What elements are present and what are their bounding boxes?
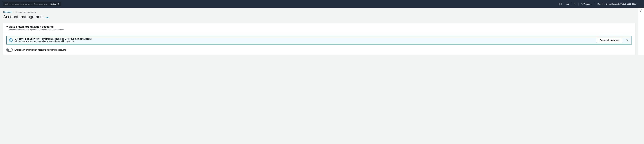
svg-rect-7 — [641, 11, 641, 11]
panel-title: Auto-enable organization accounts — [9, 25, 54, 28]
banner-title: Get started: enable your organization ac… — [15, 38, 594, 40]
get-started-banner: Get started: enable your organization ac… — [6, 36, 632, 45]
side-info-strip — [638, 8, 644, 55]
help-icon[interactable] — [572, 1, 578, 7]
breadcrumb-current: Account management — [16, 11, 36, 13]
breadcrumb-root-link[interactable]: Detective — [3, 11, 12, 13]
enable-all-accounts-button[interactable]: Enable all accounts — [596, 38, 622, 42]
expand-triangle-icon — [6, 26, 8, 27]
topbar-divider — [594, 3, 594, 6]
region-label: N. Virginia — [581, 3, 590, 5]
top-navigation-bar: arch for services, features, blogs, docs… — [0, 0, 644, 8]
info-link[interactable]: Info — [46, 16, 49, 19]
panel-body: Get started: enable your organization ac… — [4, 33, 635, 55]
page-title-row: Account management Info — [3, 15, 638, 19]
enable-new-accounts-toggle[interactable] — [6, 48, 12, 52]
topbar-icon-group: N. Virginia Detective-Demo/JoeSmith@5151… — [558, 1, 641, 7]
banner-text-block: Get started: enable your organization ac… — [15, 38, 594, 43]
topbar-divider — [578, 3, 579, 6]
breadcrumb: Detective Account management — [3, 11, 638, 13]
search-shortcut-hint: [Option+S] — [50, 3, 59, 5]
banner-description: All new member accounts receive a 30-day… — [15, 40, 594, 43]
close-icon[interactable] — [626, 38, 629, 42]
auto-enable-panel: Auto-enable organization accounts Automa… — [3, 23, 635, 55]
toggle-knob — [7, 49, 9, 51]
info-panel-toggle-icon[interactable] — [640, 9, 642, 55]
account-name-text: Detective-Demo/JoeSmith@5151-1111-2222 — [597, 3, 636, 5]
main-content-area: Detective Account management Account man… — [0, 8, 638, 55]
cloudshell-icon[interactable] — [558, 1, 563, 7]
search-placeholder-text: arch for services, features, blogs, docs… — [4, 3, 47, 5]
caret-down-icon — [638, 4, 639, 4]
toggle-label: Enable new organization accounts as memb… — [14, 49, 66, 51]
chevron-right-icon — [13, 11, 14, 13]
panel-header[interactable]: Auto-enable organization accounts Automa… — [4, 23, 635, 33]
svg-rect-4 — [11, 40, 11, 41]
panel-description: Automatically enable new organization ac… — [6, 29, 632, 31]
global-search-input[interactable]: arch for services, features, blogs, docs… — [3, 2, 61, 6]
caret-down-icon — [591, 4, 592, 4]
notifications-icon[interactable] — [565, 1, 571, 7]
account-menu[interactable]: Detective-Demo/JoeSmith@5151-1111-2222 — [595, 3, 641, 5]
svg-point-3 — [10, 39, 11, 40]
info-icon — [9, 38, 13, 42]
page-title: Account management — [3, 15, 44, 19]
enable-new-accounts-toggle-row: Enable new organization accounts as memb… — [6, 48, 632, 52]
svg-point-6 — [641, 10, 641, 11]
region-selector[interactable]: N. Virginia — [579, 3, 594, 5]
